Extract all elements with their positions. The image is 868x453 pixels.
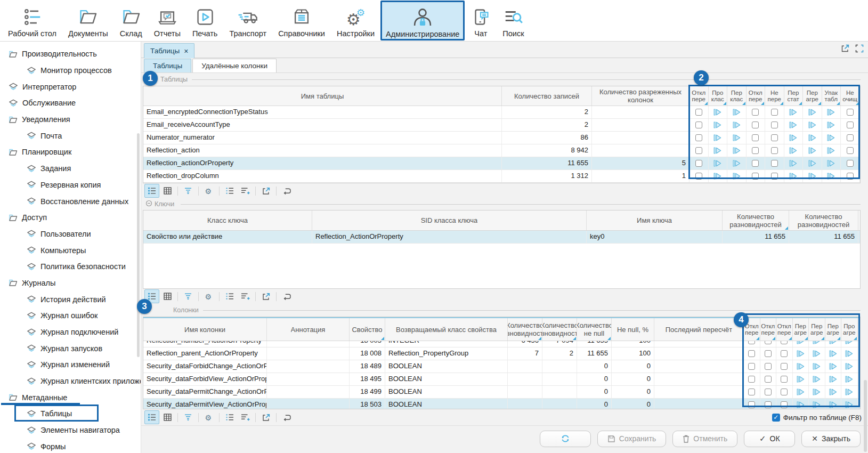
отменить-button[interactable]: Отменить — [672, 431, 737, 447]
gear-button[interactable]: ⚙ — [201, 289, 216, 303]
flag-play-button[interactable] — [825, 347, 842, 360]
flag-play-button[interactable] — [727, 132, 747, 144]
flag-checkbox[interactable] — [744, 347, 760, 360]
flag-checkbox[interactable] — [747, 119, 766, 131]
flag-checkbox[interactable] — [689, 157, 709, 169]
filter-button[interactable] — [181, 184, 196, 198]
table-row[interactable]: Security_dataPermitChange_ActionOrProper… — [143, 386, 860, 399]
flag-play-button[interactable] — [727, 144, 747, 157]
table-row[interactable]: Security_dataForbidView_ActionOrProperty… — [143, 373, 860, 386]
flag-play-button[interactable] — [793, 399, 809, 409]
list-add-button[interactable] — [238, 184, 253, 198]
flag-play-button[interactable] — [709, 157, 728, 169]
toolbar-item-play-square-4[interactable]: Печать — [187, 1, 223, 40]
flag-checkbox[interactable] — [841, 106, 860, 118]
column-header[interactable]: Возвращаемый класс свойства — [385, 318, 508, 341]
flag-checkbox[interactable] — [765, 132, 784, 144]
flag-play-button[interactable] — [709, 170, 728, 182]
sidebar-item-2[interactable]: Интерпретатор — [0, 78, 141, 95]
sidebar-item-10[interactable]: Доступ — [0, 209, 141, 226]
sidebar-item-16[interactable]: Журнал ошибок — [0, 308, 141, 324]
flag-play-button[interactable] — [825, 360, 842, 373]
sidebar-item-15[interactable]: История действий — [0, 291, 141, 308]
column-header[interactable]: Количество разновидностей — [542, 318, 577, 341]
toolbar-item-folder-docs-2[interactable]: Склад — [115, 1, 148, 40]
flag-checkbox[interactable] — [744, 341, 760, 347]
reload-button[interactable] — [279, 289, 294, 303]
flag-play-button[interactable] — [803, 119, 822, 131]
flag-checkbox[interactable] — [744, 386, 760, 398]
flag-checkbox[interactable] — [747, 144, 766, 157]
grid-button[interactable] — [160, 410, 175, 424]
flag-checkbox[interactable] — [841, 119, 860, 131]
sidebar-item-23[interactable]: Элементы навигатора — [0, 422, 141, 439]
flag-checkbox[interactable] — [760, 347, 777, 360]
sidebar-item-9[interactable]: Восстановление данных — [0, 193, 141, 209]
sidebar-item-12[interactable]: Компьютеры — [0, 242, 141, 258]
flag-play-button[interactable] — [709, 144, 728, 157]
flag-play-button[interactable] — [784, 170, 804, 182]
tab-close-icon[interactable]: × — [184, 47, 188, 55]
sidebar-item-14[interactable]: Журналы — [0, 275, 141, 292]
gear-button[interactable]: ⚙ — [201, 184, 216, 198]
external-link-button[interactable] — [258, 184, 273, 198]
flag-column-header[interactable]: Перагре — [793, 318, 809, 341]
flag-column-header[interactable]: Перагре — [809, 318, 825, 341]
flag-play-button[interactable] — [803, 106, 822, 118]
column-header[interactable]: SID класса ключа — [312, 211, 587, 230]
filter-by-table[interactable]: ✓ Фильтр по таблице (F8) — [772, 414, 862, 422]
flag-checkbox[interactable] — [765, 106, 784, 118]
flag-play-button[interactable] — [727, 106, 747, 118]
flag-play-button[interactable] — [709, 132, 728, 144]
flag-play-button[interactable] — [825, 373, 842, 385]
column-header[interactable]: Класс ключа — [143, 211, 312, 230]
flag-play-button[interactable] — [793, 347, 809, 360]
toolbar-item-report-3[interactable]: Отчеты — [149, 1, 186, 40]
flag-checkbox[interactable] — [776, 373, 793, 385]
subtab-deleted-columns[interactable]: Удалённые колонки — [192, 59, 277, 72]
sidebar-item-5[interactable]: Почта — [0, 127, 141, 144]
flag-column-header[interactable]: Перагре — [803, 86, 822, 106]
flag-play-button[interactable] — [809, 347, 825, 360]
open-window-icon[interactable] — [841, 44, 850, 53]
flag-play-button[interactable] — [793, 360, 809, 373]
table-row[interactable]: Reflection_action8 942 — [143, 144, 860, 157]
flag-checkbox[interactable] — [776, 360, 793, 373]
column-header[interactable]: Количество записей — [502, 86, 592, 106]
refresh-button[interactable] — [540, 431, 591, 447]
flag-column-header[interactable]: Перагре — [825, 318, 842, 341]
flag-column-header[interactable]: Отклпере — [760, 318, 777, 341]
column-header[interactable]: Аннотация — [267, 318, 350, 341]
collapse-icon[interactable] — [145, 200, 152, 208]
flag-play-button[interactable] — [822, 144, 841, 157]
flag-checkbox[interactable] — [760, 399, 777, 409]
sidebar-item-18[interactable]: Журнал запусков — [0, 340, 141, 357]
flag-checkbox[interactable] — [689, 144, 709, 157]
flag-play-button[interactable] — [825, 386, 842, 398]
sidebar-item-4[interactable]: Уведомления — [0, 111, 141, 128]
table-row[interactable]: Email_encryptedConnectionTypeStatus2 — [143, 106, 860, 119]
reload-button[interactable] — [279, 410, 294, 424]
flag-play-button[interactable] — [784, 157, 804, 169]
sidebar-item-6[interactable]: Планировщик — [0, 144, 141, 160]
external-link-button[interactable] — [258, 289, 273, 303]
list-add-button[interactable] — [238, 410, 253, 424]
flag-play-button[interactable] — [727, 157, 747, 169]
flag-column-header[interactable]: Непере — [765, 86, 784, 106]
card-view-button[interactable] — [144, 410, 159, 424]
table-row[interactable]: Reflection_actionOrProperty11 6555 — [143, 157, 860, 170]
flag-column-header[interactable]: Проклас — [709, 86, 728, 106]
flag-checkbox[interactable] — [765, 144, 784, 157]
flag-checkbox[interactable] — [744, 360, 760, 373]
column-header[interactable]: Имя таблицы — [143, 86, 502, 106]
flag-checkbox[interactable] — [765, 157, 784, 169]
column-header[interactable]: Количество не null — [577, 318, 612, 341]
сохранить-button[interactable]: Сохранить — [597, 431, 667, 447]
reload-button[interactable] — [279, 184, 294, 198]
table-row[interactable]: Numerator_numerator86 — [143, 132, 860, 144]
toolbar-item-truck-5[interactable]: Транспорт — [224, 1, 272, 40]
sidebar-item-20[interactable]: Журнал клиентских приложений — [0, 373, 141, 390]
flag-checkbox[interactable] — [765, 119, 784, 131]
column-header[interactable]: Количество разреженных колонок — [592, 86, 689, 106]
sidebar-item-8[interactable]: Резервная копия — [0, 177, 141, 193]
